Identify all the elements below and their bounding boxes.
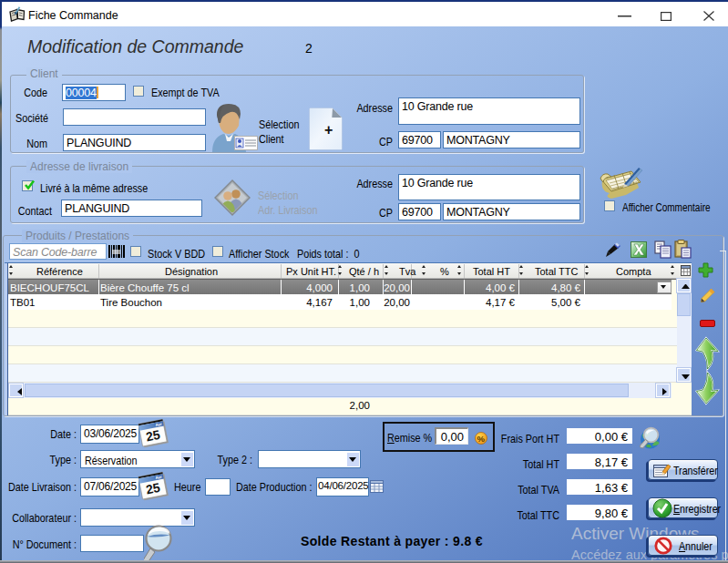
svg-text:25: 25 [145,480,162,497]
svg-text:+: + [324,122,333,138]
svg-text:25: 25 [145,427,162,445]
